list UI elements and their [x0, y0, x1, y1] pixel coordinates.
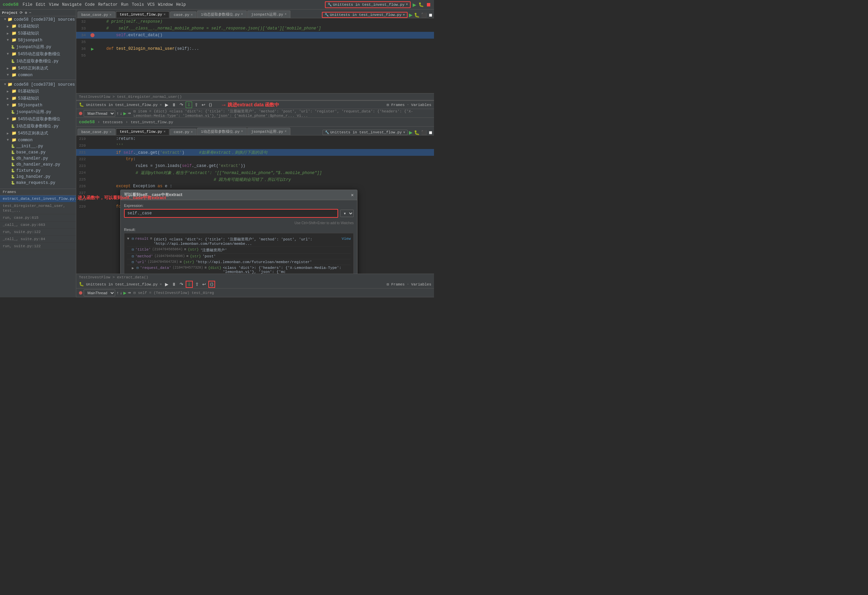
debug-stepinto-lower[interactable]: ⇩	[186, 281, 193, 288]
tree2-jsonpath-file[interactable]: 🐍 jsonpath运用.py	[0, 108, 76, 115]
debug-stepout-upper[interactable]: ⇧	[193, 102, 199, 108]
frame-item-1[interactable]: test_01register_normal_user, test_...	[0, 203, 76, 214]
run-config-top-dropdown[interactable]: ▼	[403, 13, 405, 17]
sidebar-minus-icon[interactable]: −	[29, 11, 31, 15]
thread-down-upper[interactable]: ↓	[120, 111, 122, 116]
tree2-init-file[interactable]: 🐍 __init__.py	[0, 143, 76, 149]
tree2-5455-regex[interactable]: ▶ 📁 5455正则表达式	[0, 130, 76, 137]
run-top-play[interactable]: ▶	[409, 12, 413, 18]
run-config-box[interactable]: 🔧 Unittests in test_invest_flow.py ▼	[325, 1, 410, 8]
frame-item-3[interactable]: _call_, case.py:663	[0, 221, 76, 228]
menu-code[interactable]: Code	[85, 2, 95, 7]
menu-tools[interactable]: Tools	[132, 2, 144, 7]
run-top-stop[interactable]: ⏹	[428, 13, 433, 18]
menu-navigate[interactable]: Navigate	[62, 2, 82, 7]
tab2-case[interactable]: case.py ×	[170, 129, 196, 135]
close-jsonpath-icon[interactable]: ×	[285, 13, 286, 16]
menu-file[interactable]: File	[23, 2, 32, 7]
tree2-make-req[interactable]: 🐍 make_requests.py	[0, 180, 76, 186]
frame-item-5[interactable]: _call_, suite.py:84	[0, 236, 76, 243]
tree2-base-case[interactable]: 🐍 base_case.py	[0, 149, 76, 155]
run-second-play[interactable]: ▶	[409, 130, 413, 135]
tree2-db-handler[interactable]: 🐍 db_handler.py	[0, 155, 76, 162]
debug-evaluate-lower[interactable]: ⟨⟩	[208, 281, 215, 288]
tree-01basics[interactable]: ▶ 📁 01基础知识	[0, 23, 76, 30]
run-second-stop[interactable]: ⬛	[421, 130, 427, 135]
tree-5455[interactable]: ▼ 📁 5455动态提取参数橿位	[0, 50, 76, 57]
debug-pause-upper[interactable]: ⏸	[171, 102, 177, 108]
run-top-stop-red[interactable]: ⬛	[421, 13, 427, 18]
sidebar-refresh-icon[interactable]: ⟳	[20, 10, 23, 15]
debug-resume-lower[interactable]: ▶	[164, 281, 170, 288]
tab2-jsonpath[interactable]: jsonpath运用.py ×	[247, 128, 290, 135]
thread-dropdown-lower[interactable]: MainThread	[84, 290, 115, 296]
frame-item-6[interactable]: run, suite.py:122	[0, 243, 76, 250]
popup-format-dropdown[interactable]: ▾	[340, 210, 354, 217]
debug-close-lower[interactable]: ×	[159, 283, 162, 287]
debug-runtoend-lower[interactable]: ↩	[201, 281, 207, 288]
tree-root2[interactable]: ▼ 📁 code58 [code3738] sources ro	[0, 81, 76, 88]
run-button[interactable]: ▶	[413, 2, 416, 7]
close-test-invest-icon[interactable]: ×	[164, 13, 166, 16]
menu-refactor[interactable]: Refactor	[98, 2, 118, 7]
tab2-test-invest[interactable]: test_invest_flow.py ×	[116, 128, 169, 135]
run-config-second[interactable]: 🔧 Unittests in test_invest_flow.py ▼	[323, 130, 407, 135]
tree-58jsonpath[interactable]: ▼ 📁 58jsonpath	[0, 37, 76, 43]
popup-result-area[interactable]: ▼ ⊟ result = {dict} <class 'dict'>: {'ti…	[124, 233, 354, 274]
debug-stepout-lower[interactable]: ⇧	[194, 281, 200, 288]
thread-down-lower[interactable]: ↓	[120, 290, 122, 295]
thread-step-lower[interactable]: ⇒	[128, 290, 131, 295]
tab-jsonpath[interactable]: jsonpath运用.py ×	[247, 10, 290, 18]
tab-case[interactable]: case.py ×	[170, 12, 196, 18]
tree2-58jsonpath[interactable]: ▼ 📁 58jsonpath	[0, 102, 76, 108]
run-top-debug[interactable]: 🐛	[414, 13, 420, 18]
sidebar-config-icon[interactable]: ⚙	[25, 10, 27, 15]
debug-runtoend-upper[interactable]: ↩	[201, 102, 206, 108]
tree-1dynamic-file[interactable]: 🐍 1动态提取参数橿位.py	[0, 57, 76, 65]
close-case-icon[interactable]: ×	[191, 13, 193, 17]
menu-view[interactable]: View	[49, 2, 59, 7]
result-view-link[interactable]: View	[342, 237, 351, 241]
frame-item-2[interactable]: run, case.py:615	[0, 214, 76, 221]
thread-play-lower[interactable]: ▶	[123, 290, 126, 295]
close-base-case-icon[interactable]: ×	[109, 13, 111, 17]
run-second-stop2[interactable]: ⏹	[428, 130, 433, 135]
thread-play-upper[interactable]: ▶	[123, 111, 126, 116]
debug-stepinto-upper[interactable]: ⇩	[186, 102, 192, 108]
debug-close-upper[interactable]: ×	[159, 103, 162, 107]
thread-dropdown-upper[interactable]: MainThread	[84, 110, 115, 117]
upper-code-area[interactable]: 32 # print(self._response) 33 # self.__c…	[76, 18, 434, 93]
tab-base-case[interactable]: base_case.py ×	[78, 12, 115, 18]
close2-1dyn[interactable]: ×	[241, 130, 243, 133]
tree2-5455[interactable]: ▼ 📁 5455动态提取参数橿位	[0, 115, 76, 122]
frame-item-0[interactable]: extract_data_test_invest_flow.py:2	[0, 195, 76, 203]
popup-close-button[interactable]: ×	[351, 192, 354, 198]
tree2-53basics[interactable]: ▶ 📁 53基础知识	[0, 95, 76, 102]
debug-stepover-lower[interactable]: ↷	[179, 281, 184, 288]
thread-up-lower[interactable]: ↑	[117, 290, 118, 295]
close-1dynamic-icon[interactable]: ×	[241, 13, 243, 16]
menu-vcs[interactable]: VCS	[148, 2, 155, 7]
run-second-debug[interactable]: 🐛	[414, 130, 420, 135]
debug-resume-upper[interactable]: ▶	[164, 102, 170, 108]
thread-step-upper[interactable]: ⇒	[128, 111, 131, 115]
second-code-area[interactable]: 219 :return: 220 ''' 221	[76, 135, 434, 274]
tree-jsonpath-file[interactable]: 🐍 jsonpath运用.py	[0, 43, 76, 50]
debug-button[interactable]: 🐛	[418, 2, 424, 7]
popup-expression-input[interactable]	[125, 210, 337, 217]
frame-item-4[interactable]: run, suite.py:122	[0, 228, 76, 236]
tab2-1dynamic[interactable]: 1动态提取参数橿位.py ×	[197, 128, 247, 135]
close2-test[interactable]: ×	[164, 130, 166, 134]
run-config-second-dropdown[interactable]: ▼	[403, 131, 405, 134]
debug-stepover-upper[interactable]: ↷	[179, 102, 184, 108]
tree2-01basics[interactable]: ▶ 📁 01基础知识	[0, 88, 76, 95]
debug-evaluate-upper[interactable]: ⟨⟩	[208, 102, 213, 108]
close2-base[interactable]: ×	[109, 130, 111, 134]
menu-run[interactable]: Run	[121, 2, 128, 7]
menu-help[interactable]: Help	[176, 2, 186, 7]
tree-common[interactable]: ▼ 📁 common	[0, 72, 76, 78]
menu-window[interactable]: Window	[158, 2, 173, 7]
tab2-base-case[interactable]: base_case.py ×	[78, 129, 115, 135]
popup-dialog[interactable]: 可以看到self. _case中有extract × Expression: ▾	[120, 190, 357, 274]
stop-button[interactable]: ⏹	[426, 2, 431, 8]
